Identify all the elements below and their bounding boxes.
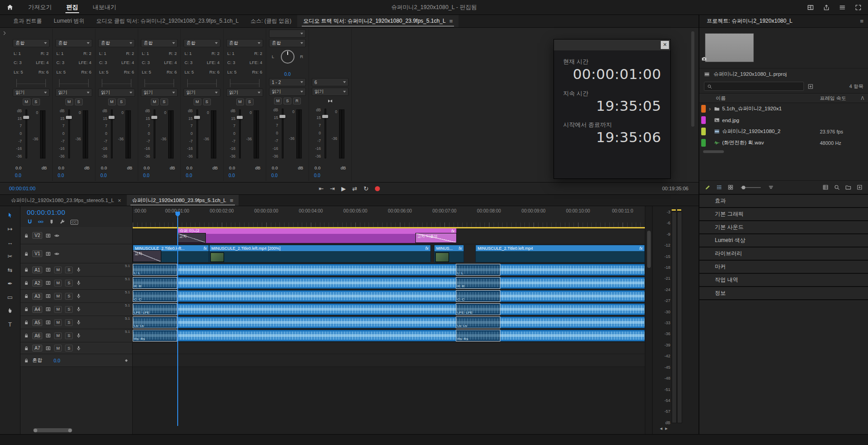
zoom-slider[interactable] [741, 187, 761, 188]
solo-button[interactable]: S [118, 99, 125, 105]
mute-button[interactable]: M [54, 267, 62, 273]
track-lane-a5[interactable]: Ls: LsLs: Ls [133, 316, 645, 329]
audio-clip-segment[interactable]: R: R [456, 277, 500, 289]
audio-clip-head[interactable]: C: C [133, 290, 177, 302]
mute-button[interactable]: M [65, 99, 73, 105]
track-name-v2[interactable]: V2 [32, 232, 42, 239]
mic-icon[interactable] [76, 346, 81, 351]
fader-value[interactable]: 0.0 [144, 165, 150, 172]
lock-icon[interactable] [24, 293, 29, 299]
strip-output-select[interactable]: 혼합 [184, 39, 220, 47]
source-patch-icon[interactable] [45, 307, 51, 312]
audio-clip-head[interactable]: Ls: Ls [133, 316, 177, 328]
pan-control[interactable]: LR0.0 [269, 49, 306, 77]
new-bin-icon[interactable] [845, 184, 851, 190]
mic-icon[interactable] [76, 280, 81, 286]
captions-icon[interactable]: CC [70, 218, 78, 225]
video-clip[interactable]: 슈퍼 미니2fx [177, 227, 457, 243]
track-name-master[interactable]: 혼합 [32, 357, 42, 364]
track-lane-v1[interactable]: MINUSCULE_2.Title0.left...fx교차MINUSCULE_… [133, 244, 645, 263]
fullscreen-icon[interactable] [855, 4, 862, 11]
transition-clip[interactable]: 교차 디졸브 [415, 233, 457, 243]
mute-button[interactable]: M [274, 98, 282, 104]
lock-icon[interactable] [24, 307, 29, 312]
audio-clip-segment[interactable]: C: C [456, 290, 500, 302]
label-chip[interactable] [701, 128, 706, 135]
mute-button[interactable]: M [194, 99, 201, 105]
track-name-a1[interactable]: A1 [32, 267, 42, 273]
lock-icon[interactable] [24, 346, 29, 351]
panel-tab-효과[interactable]: 효과 [699, 195, 868, 208]
mute-button[interactable]: M [54, 293, 62, 300]
automation-mode-select[interactable]: 읽기 [141, 89, 178, 97]
workspaces-icon[interactable] [807, 4, 814, 11]
fader-value[interactable]: 0.0 [58, 165, 64, 172]
mic-icon[interactable] [76, 267, 81, 272]
close-tab-icon[interactable]: × [118, 197, 121, 204]
solo-button[interactable]: S [284, 98, 291, 104]
label-chip[interactable] [701, 139, 706, 147]
audio-clip[interactable] [177, 303, 645, 315]
add-marker-icon[interactable] [49, 219, 55, 225]
empty-lane[interactable] [133, 367, 645, 434]
go-to-out-button[interactable]: ⇥ [330, 185, 335, 192]
volume-fader[interactable] [151, 109, 158, 163]
writable-pencil-icon[interactable] [705, 184, 711, 190]
selection-tool[interactable] [7, 212, 13, 219]
scrollbar-thumb[interactable] [703, 150, 724, 153]
mic-icon[interactable] [76, 293, 81, 299]
header-tab-편집[interactable]: 편집 [59, 0, 85, 15]
audio-clip[interactable] [177, 277, 645, 289]
sort-caret-icon[interactable]: ᐱ [859, 96, 866, 101]
solo-button[interactable]: S [65, 280, 73, 287]
chevron-right-icon[interactable] [2, 30, 7, 36]
audio-clip[interactable] [177, 264, 645, 276]
meter-peak-value[interactable]: 0.0 [13, 173, 50, 179]
audio-clip-head[interactable]: R: R [133, 277, 177, 289]
panel-tab[interactable]: Lumetri 범위 [48, 15, 90, 27]
list-view-icon[interactable] [716, 184, 722, 190]
zoom-slider-knob[interactable] [742, 186, 745, 189]
timeline-vertical-scrollbar[interactable] [645, 206, 652, 434]
strip-output-select[interactable]: 혼합 [13, 39, 50, 47]
pan-value[interactable]: 0.0 [269, 72, 306, 77]
track-name-v1[interactable]: V1 [32, 250, 42, 257]
fader-handle-icon[interactable] [194, 116, 200, 119]
fader-handle-icon[interactable] [322, 115, 328, 118]
solo-button[interactable]: S [65, 332, 73, 339]
disclosure-icon[interactable]: › [707, 106, 713, 112]
automation-mode-select[interactable]: 읽기 [226, 89, 263, 97]
find-icon[interactable] [834, 184, 840, 190]
column-frame-rate[interactable]: 프레임 속도 [820, 95, 859, 102]
lock-icon[interactable] [24, 267, 29, 272]
audio-clip[interactable] [177, 316, 645, 328]
volume-fader[interactable] [108, 109, 115, 163]
app-menu-icon[interactable] [839, 4, 846, 11]
search-input[interactable] [715, 84, 801, 89]
panel-menu-icon[interactable]: ≡ [449, 18, 453, 25]
panel-tab[interactable]: 효과 컨트롤 [7, 15, 48, 27]
close-icon[interactable]: × [661, 41, 669, 49]
lock-icon[interactable] [24, 358, 29, 363]
strip-output-select[interactable]: 혼합 [269, 39, 306, 47]
mute-button[interactable]: M [23, 99, 30, 105]
sort-icon[interactable] [768, 184, 774, 190]
project-item-row[interactable]: ›5.1ch_슈퍼미니2_1920x1 [699, 103, 868, 114]
source-patch-icon[interactable] [45, 233, 51, 238]
strip-output-select[interactable]: 혼합 [141, 39, 178, 47]
eye-icon[interactable] [54, 251, 60, 257]
loop-button[interactable]: ↻ [364, 185, 369, 192]
video-clip[interactable]: MINUSCULE_2.Title0.left.mp4 [200%]fx [209, 245, 431, 262]
go-to-in-button[interactable]: ⇤ [319, 185, 324, 192]
meter-next-icon[interactable]: ▸ [665, 425, 668, 431]
record-arm-button[interactable]: R [293, 98, 301, 104]
search-box[interactable] [704, 82, 804, 91]
audio-clip-head[interactable]: L: L [133, 264, 177, 276]
panel-tab[interactable]: 오디오 트랙 믹서: 슈퍼미니2_1920x1080_23.9fps_5.1ch… [297, 15, 459, 27]
track-name-a4[interactable]: A4 [32, 306, 42, 313]
mute-button[interactable]: M [108, 99, 116, 105]
create-search-bin-icon[interactable] [808, 84, 813, 89]
lock-icon[interactable] [24, 320, 29, 325]
source-patch-icon[interactable] [45, 267, 51, 272]
panel-tab-Lumetri 색상[interactable]: Lumetri 색상 [699, 234, 868, 247]
